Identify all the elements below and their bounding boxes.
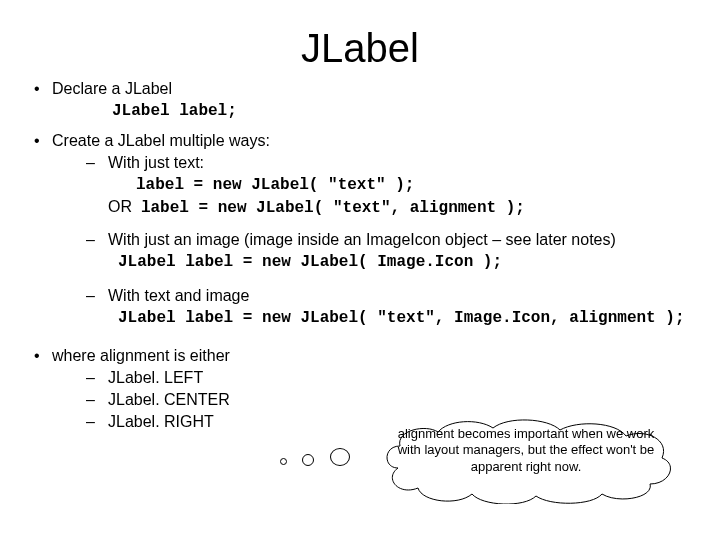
bullet-row: • where alignment is either: [34, 347, 700, 365]
sub-row: – With just text:: [86, 154, 700, 172]
bullet-text: Declare a JLabel: [52, 80, 700, 98]
sub-text: With just an image (image inside an Imag…: [108, 231, 700, 249]
bullet-row: • Create a JLabel multiple ways:: [34, 132, 700, 150]
code-with-image: JLabel label = new JLabel( Image.Icon );: [118, 253, 700, 271]
cloud-tail-dot-icon: [280, 458, 287, 465]
sub-row: – With text and image: [86, 287, 700, 305]
cloud-tail-dot-icon: [330, 448, 350, 466]
sub-row: – With just an image (image inside an Im…: [86, 231, 700, 249]
code-with-text-image: JLabel label = new JLabel( "text", Image…: [118, 309, 700, 327]
slide-body: • Declare a JLabel JLabel label; • Creat…: [28, 80, 700, 431]
dash-icon: –: [86, 413, 108, 431]
callout: alignment becomes important when we work…: [350, 418, 690, 510]
sub-with-text-image: – With text and image: [86, 287, 700, 305]
bullet-text: Create a JLabel multiple ways:: [52, 132, 700, 150]
dash-icon: –: [86, 231, 108, 249]
code-declare: JLabel label;: [112, 102, 700, 120]
sub-text: With just text:: [108, 154, 700, 172]
bullet-where-align: • where alignment is either: [34, 347, 700, 365]
or-word: OR: [108, 198, 132, 215]
sub-text: With text and image: [108, 287, 700, 305]
callout-text: alignment becomes important when we work…: [392, 426, 660, 475]
bullet-dot-icon: •: [34, 132, 52, 150]
bullet-text: where alignment is either: [52, 347, 700, 365]
dash-icon: –: [86, 287, 108, 305]
bullet-dot-icon: •: [34, 80, 52, 98]
cloud-tail-dot-icon: [302, 454, 314, 466]
dash-icon: –: [86, 391, 108, 409]
dash-icon: –: [86, 154, 108, 172]
sub-with-text: – With just text:: [86, 154, 700, 172]
align-center: JLabel. CENTER: [108, 391, 700, 409]
bullet-create: • Create a JLabel multiple ways:: [34, 132, 700, 150]
code-with-text-2: label = new JLabel( "text", alignment );: [141, 199, 525, 217]
code-with-text-1: label = new JLabel( "text" );: [136, 176, 700, 194]
sub-row: – JLabel. CENTER: [86, 391, 700, 409]
bullet-row: • Declare a JLabel: [34, 80, 700, 98]
dash-icon: –: [86, 369, 108, 387]
bullet-declare: • Declare a JLabel: [34, 80, 700, 98]
align-left: JLabel. LEFT: [108, 369, 700, 387]
slide: JLabel • Declare a JLabel JLabel label; …: [0, 0, 720, 540]
bullet-dot-icon: •: [34, 347, 52, 365]
sub-with-image: – With just an image (image inside an Im…: [86, 231, 700, 249]
slide-title: JLabel: [0, 26, 720, 71]
sub-row: – JLabel. LEFT: [86, 369, 700, 387]
or-line: OR label = new JLabel( "text", alignment…: [108, 198, 700, 217]
